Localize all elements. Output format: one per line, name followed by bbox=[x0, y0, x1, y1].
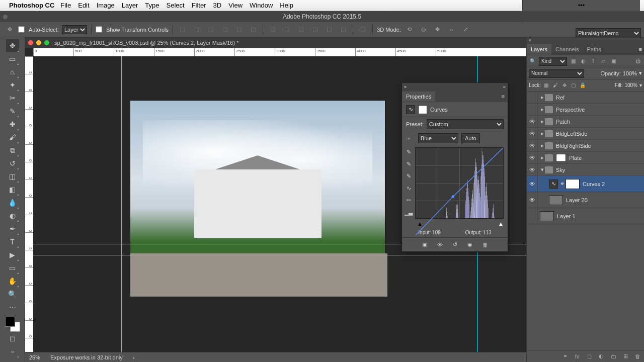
histogram-icon[interactable]: ▁▃ bbox=[404, 208, 413, 217]
document-tab[interactable]: sp_0020_mp_fr1001_sRGB_v003.psd @ 25% (C… bbox=[25, 37, 526, 48]
3d-roll-icon[interactable]: ◎ bbox=[418, 24, 429, 35]
align-bottom-icon[interactable]: ⬚ bbox=[205, 24, 216, 35]
sample-black-icon[interactable]: ✎ bbox=[404, 171, 413, 180]
layer-name[interactable]: Layer 1 bbox=[557, 213, 576, 219]
tab-channels[interactable]: Channels bbox=[551, 44, 583, 55]
layer-row[interactable]: Layer 1 bbox=[527, 208, 644, 224]
menu-filter[interactable]: Filter bbox=[192, 2, 206, 9]
history-brush-tool[interactable]: ↺ bbox=[6, 157, 19, 170]
status-text[interactable]: Exposure works in 32-bit only bbox=[50, 354, 123, 360]
3d-pan-icon[interactable]: ✥ bbox=[432, 24, 443, 35]
blur-tool[interactable]: 💧 bbox=[6, 196, 19, 209]
layer-name[interactable]: Plate bbox=[569, 155, 582, 161]
dist-vcenter-icon[interactable]: ⬚ bbox=[281, 24, 292, 35]
panel-menu-icon[interactable]: ≡ bbox=[637, 44, 644, 55]
foreground-color[interactable] bbox=[5, 317, 15, 327]
mask-thumb[interactable] bbox=[556, 154, 566, 162]
dist-top-icon[interactable]: ⬚ bbox=[267, 24, 278, 35]
layer-name[interactable]: Perspective bbox=[556, 107, 585, 113]
layer-row[interactable]: 👁Layer 20 bbox=[527, 192, 644, 208]
toggle-visibility-icon[interactable]: ◉ bbox=[465, 240, 474, 249]
layer-fx-icon[interactable]: fx bbox=[574, 353, 581, 360]
auto-select-target[interactable]: Layer bbox=[62, 25, 87, 34]
layer-group-icon[interactable]: 🗀 bbox=[610, 353, 617, 360]
align-right-icon[interactable]: ⬚ bbox=[248, 24, 259, 35]
disclosure-icon[interactable]: ▸ bbox=[540, 94, 545, 101]
filter-shape-icon[interactable]: ▱ bbox=[599, 57, 607, 65]
filter-search-icon[interactable]: 🔍 bbox=[529, 57, 537, 65]
guide-horizontal[interactable] bbox=[33, 255, 526, 255]
layer-name[interactable]: Layer 20 bbox=[566, 197, 588, 203]
guide-vertical[interactable] bbox=[121, 56, 122, 352]
align-vcenter-icon[interactable]: ⬚ bbox=[191, 24, 202, 35]
layer-row[interactable]: 👁▾Sky bbox=[527, 164, 644, 176]
overflow-icon[interactable]: ••• bbox=[578, 2, 585, 9]
panel-menu-icon[interactable]: ≡ bbox=[499, 94, 508, 100]
hand-tool[interactable]: ✋ bbox=[6, 275, 19, 288]
panel-collapse-icon[interactable]: « bbox=[529, 38, 531, 43]
move-tool[interactable]: ✥ bbox=[6, 39, 19, 52]
dist-right-icon[interactable]: ⬚ bbox=[338, 24, 349, 35]
dist-hcenter-icon[interactable]: ⬚ bbox=[324, 24, 335, 35]
mask-icon[interactable] bbox=[418, 105, 427, 114]
layer-name[interactable]: Sky bbox=[556, 167, 565, 173]
horizontal-ruler[interactable]: 0500100015002000250030003500400045005000 bbox=[33, 48, 526, 56]
tab-properties[interactable]: Properties bbox=[402, 92, 435, 102]
blend-mode-select[interactable]: Normal bbox=[529, 69, 584, 78]
gradient-tool[interactable]: ◧ bbox=[6, 183, 19, 196]
delete-adjustment-icon[interactable]: 🗑 bbox=[480, 240, 490, 249]
filter-pixel-icon[interactable]: ▦ bbox=[569, 57, 577, 65]
layer-name[interactable]: Curves 2 bbox=[583, 181, 605, 187]
dist-left-icon[interactable]: ⬚ bbox=[309, 24, 320, 35]
layer-name[interactable]: Patch bbox=[556, 119, 570, 125]
show-transform-checkbox[interactable] bbox=[96, 26, 102, 33]
reset-icon[interactable]: ↺ bbox=[450, 240, 459, 249]
menu-edit[interactable]: Edit bbox=[78, 2, 89, 9]
layer-row[interactable]: 👁▸Plate bbox=[527, 152, 644, 164]
crop-tool[interactable]: ✂ bbox=[6, 92, 19, 105]
disclosure-icon[interactable]: ▸ bbox=[540, 130, 545, 137]
tab-paths[interactable]: Paths bbox=[583, 44, 605, 55]
auto-align-icon[interactable]: ⬚ bbox=[357, 24, 368, 35]
curves-icon[interactable]: ∿ bbox=[549, 179, 558, 189]
visibility-toggle[interactable]: 👁 bbox=[527, 152, 538, 163]
visibility-toggle[interactable]: 👁 bbox=[527, 164, 538, 175]
fill-dropdown-icon[interactable]: ▾ bbox=[639, 82, 642, 88]
sample-white-icon[interactable]: ✎ bbox=[404, 147, 413, 156]
healing-tool[interactable]: ✚ bbox=[6, 118, 19, 131]
align-top-icon[interactable]: ⬚ bbox=[177, 24, 188, 35]
auto-select-checkbox[interactable] bbox=[18, 26, 25, 33]
disclosure-icon[interactable]: ▸ bbox=[540, 154, 545, 161]
vertical-ruler[interactable]: 505050505050505050 bbox=[25, 56, 33, 352]
visibility-toggle[interactable]: 👁 bbox=[527, 128, 538, 139]
auto-button[interactable]: Auto bbox=[461, 133, 480, 143]
filter-type-icon[interactable]: T bbox=[589, 57, 597, 65]
menu-select[interactable]: Select bbox=[166, 2, 184, 9]
clip-to-layer-icon[interactable]: ▣ bbox=[420, 240, 429, 249]
layer-row[interactable]: ▸Perspective bbox=[527, 104, 644, 116]
delete-layer-icon[interactable]: 🗑 bbox=[634, 353, 641, 360]
curves-graph[interactable] bbox=[415, 147, 504, 219]
adjustment-layer-icon[interactable]: ◐ bbox=[598, 353, 605, 360]
layer-row[interactable]: 👁▸BldgLeftSide bbox=[527, 128, 644, 140]
filter-toggle-icon[interactable]: ⏻ bbox=[634, 57, 642, 65]
opacity-value[interactable]: 100% bbox=[623, 70, 637, 76]
link-icon[interactable]: ⚭ bbox=[560, 180, 565, 187]
layer-name[interactable]: BldgLeftSide bbox=[556, 131, 587, 137]
zoom-doc-icon[interactable] bbox=[44, 40, 49, 45]
zoom-level[interactable]: 25% bbox=[29, 354, 40, 360]
visibility-toggle[interactable] bbox=[527, 104, 538, 115]
disclosure-icon[interactable]: ▾ bbox=[540, 166, 545, 173]
lock-transparency-icon[interactable]: ▦ bbox=[543, 82, 550, 89]
lasso-tool[interactable]: ⏢ bbox=[6, 65, 19, 78]
tab-layers[interactable]: Layers bbox=[527, 44, 551, 55]
layer-thumb[interactable] bbox=[549, 195, 563, 205]
panel-collapse-icon[interactable]: « bbox=[503, 84, 506, 89]
image-canvas[interactable] bbox=[130, 101, 385, 297]
menu-file[interactable]: File bbox=[60, 2, 71, 9]
3d-orbit-icon[interactable]: ⟲ bbox=[404, 24, 415, 35]
visibility-toggle[interactable]: 👁 bbox=[527, 192, 538, 208]
opacity-dropdown-icon[interactable]: ▾ bbox=[639, 70, 642, 76]
align-left-icon[interactable]: ⬚ bbox=[219, 24, 230, 35]
layer-row[interactable]: 👁▸Patch bbox=[527, 116, 644, 128]
